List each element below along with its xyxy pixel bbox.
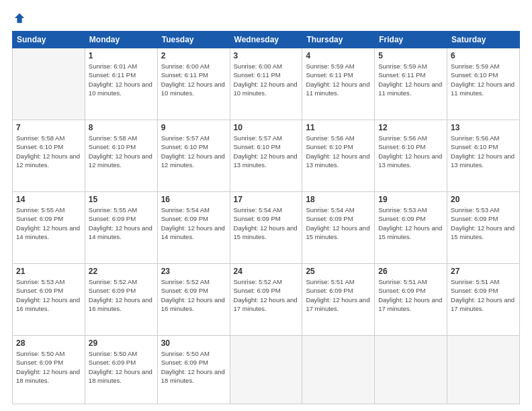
day-info: Sunrise: 5:55 AMSunset: 6:09 PMDaylight:… bbox=[89, 205, 154, 241]
day-number: 9 bbox=[161, 123, 226, 132]
calendar-cell: 28Sunrise: 5:50 AMSunset: 6:09 PMDayligh… bbox=[13, 335, 85, 404]
day-number: 29 bbox=[89, 338, 154, 348]
calendar-body: 1Sunrise: 6:01 AMSunset: 6:11 PMDaylight… bbox=[13, 48, 520, 404]
calendar-cell: 2Sunrise: 6:00 AMSunset: 6:11 PMDaylight… bbox=[157, 48, 230, 120]
calendar-cell bbox=[302, 335, 375, 404]
logo-icon bbox=[13, 12, 26, 24]
calendar-cell: 17Sunrise: 5:54 AMSunset: 6:09 PMDayligh… bbox=[230, 191, 302, 263]
day-number: 14 bbox=[16, 195, 81, 204]
calendar-day-header: Monday bbox=[85, 32, 157, 48]
day-info: Sunrise: 5:51 AMSunset: 6:09 PMDaylight:… bbox=[378, 277, 443, 313]
calendar-cell: 16Sunrise: 5:54 AMSunset: 6:09 PMDayligh… bbox=[157, 191, 230, 263]
calendar-cell: 13Sunrise: 5:56 AMSunset: 6:10 PMDayligh… bbox=[447, 120, 520, 191]
day-info: Sunrise: 5:56 AMSunset: 6:10 PMDaylight:… bbox=[306, 134, 371, 169]
calendar-cell: 21Sunrise: 5:53 AMSunset: 6:09 PMDayligh… bbox=[13, 263, 85, 335]
day-number: 25 bbox=[306, 267, 371, 276]
day-number: 19 bbox=[378, 195, 443, 204]
day-info: Sunrise: 5:50 AMSunset: 6:09 PMDaylight:… bbox=[161, 349, 226, 385]
calendar-cell bbox=[375, 335, 447, 404]
day-number: 24 bbox=[234, 267, 299, 276]
day-number: 5 bbox=[378, 51, 443, 60]
day-number: 23 bbox=[161, 267, 226, 276]
day-info: Sunrise: 5:57 AMSunset: 6:10 PMDaylight:… bbox=[161, 134, 226, 169]
header bbox=[12, 12, 520, 24]
day-number: 13 bbox=[451, 123, 516, 132]
day-number: 2 bbox=[161, 51, 226, 60]
svg-marker-0 bbox=[15, 13, 24, 23]
day-info: Sunrise: 6:01 AMSunset: 6:11 PMDaylight:… bbox=[89, 62, 154, 97]
calendar-week-row: 21Sunrise: 5:53 AMSunset: 6:09 PMDayligh… bbox=[13, 263, 520, 335]
calendar-cell: 27Sunrise: 5:51 AMSunset: 6:09 PMDayligh… bbox=[447, 263, 520, 335]
calendar-cell: 20Sunrise: 5:53 AMSunset: 6:09 PMDayligh… bbox=[447, 191, 520, 263]
day-number: 21 bbox=[16, 267, 81, 276]
day-number: 15 bbox=[89, 195, 154, 204]
day-info: Sunrise: 5:56 AMSunset: 6:10 PMDaylight:… bbox=[451, 134, 516, 169]
day-info: Sunrise: 6:00 AMSunset: 6:11 PMDaylight:… bbox=[234, 62, 299, 97]
calendar-cell: 25Sunrise: 5:51 AMSunset: 6:09 PMDayligh… bbox=[302, 263, 375, 335]
day-info: Sunrise: 5:59 AMSunset: 6:10 PMDaylight:… bbox=[451, 62, 516, 97]
calendar-cell: 4Sunrise: 5:59 AMSunset: 6:11 PMDaylight… bbox=[302, 48, 375, 120]
calendar-cell: 19Sunrise: 5:53 AMSunset: 6:09 PMDayligh… bbox=[375, 191, 447, 263]
day-info: Sunrise: 6:00 AMSunset: 6:11 PMDaylight:… bbox=[161, 62, 226, 97]
day-number: 22 bbox=[89, 267, 154, 276]
day-number: 8 bbox=[89, 123, 154, 132]
day-number: 26 bbox=[378, 267, 443, 276]
calendar-cell: 12Sunrise: 5:56 AMSunset: 6:10 PMDayligh… bbox=[375, 120, 447, 191]
calendar-cell: 14Sunrise: 5:55 AMSunset: 6:09 PMDayligh… bbox=[13, 191, 85, 263]
calendar-cell: 7Sunrise: 5:58 AMSunset: 6:10 PMDaylight… bbox=[13, 120, 85, 191]
calendar-day-header: Saturday bbox=[447, 32, 520, 48]
calendar-cell: 3Sunrise: 6:00 AMSunset: 6:11 PMDaylight… bbox=[230, 48, 302, 120]
day-info: Sunrise: 5:52 AMSunset: 6:09 PMDaylight:… bbox=[161, 277, 226, 313]
calendar-cell: 29Sunrise: 5:50 AMSunset: 6:09 PMDayligh… bbox=[85, 335, 157, 404]
calendar-day-header: Sunday bbox=[13, 32, 85, 48]
calendar-cell: 24Sunrise: 5:52 AMSunset: 6:09 PMDayligh… bbox=[230, 263, 302, 335]
day-info: Sunrise: 5:52 AMSunset: 6:09 PMDaylight:… bbox=[234, 277, 299, 313]
calendar-cell: 5Sunrise: 5:59 AMSunset: 6:11 PMDaylight… bbox=[375, 48, 447, 120]
day-info: Sunrise: 5:52 AMSunset: 6:09 PMDaylight:… bbox=[89, 277, 154, 313]
logo bbox=[12, 12, 26, 24]
day-info: Sunrise: 5:51 AMSunset: 6:09 PMDaylight:… bbox=[306, 277, 371, 313]
calendar-cell: 30Sunrise: 5:50 AMSunset: 6:09 PMDayligh… bbox=[157, 335, 230, 404]
day-number: 17 bbox=[234, 195, 299, 204]
calendar-day-header: Wednesday bbox=[230, 32, 302, 48]
day-info: Sunrise: 5:57 AMSunset: 6:10 PMDaylight:… bbox=[234, 134, 299, 169]
calendar-cell: 26Sunrise: 5:51 AMSunset: 6:09 PMDayligh… bbox=[375, 263, 447, 335]
day-info: Sunrise: 5:58 AMSunset: 6:10 PMDaylight:… bbox=[16, 134, 81, 169]
day-info: Sunrise: 5:53 AMSunset: 6:09 PMDaylight:… bbox=[16, 277, 81, 313]
day-number: 16 bbox=[161, 195, 226, 204]
calendar-week-row: 1Sunrise: 6:01 AMSunset: 6:11 PMDaylight… bbox=[13, 48, 520, 120]
calendar-week-row: 28Sunrise: 5:50 AMSunset: 6:09 PMDayligh… bbox=[13, 335, 520, 404]
day-number: 7 bbox=[16, 123, 81, 132]
day-number: 30 bbox=[161, 338, 226, 348]
calendar-day-header: Friday bbox=[375, 32, 447, 48]
page: SundayMondayTuesdayWednesdayThursdayFrid… bbox=[0, 0, 532, 411]
calendar-cell: 15Sunrise: 5:55 AMSunset: 6:09 PMDayligh… bbox=[85, 191, 157, 263]
calendar-cell: 8Sunrise: 5:58 AMSunset: 6:10 PMDaylight… bbox=[85, 120, 157, 191]
calendar-cell: 9Sunrise: 5:57 AMSunset: 6:10 PMDaylight… bbox=[157, 120, 230, 191]
calendar-day-header: Thursday bbox=[302, 32, 375, 48]
day-number: 10 bbox=[234, 123, 299, 132]
day-number: 20 bbox=[451, 195, 516, 204]
day-number: 18 bbox=[306, 195, 371, 204]
day-number: 4 bbox=[306, 51, 371, 60]
day-number: 28 bbox=[16, 338, 81, 348]
day-info: Sunrise: 5:54 AMSunset: 6:09 PMDaylight:… bbox=[161, 205, 226, 241]
calendar-week-row: 14Sunrise: 5:55 AMSunset: 6:09 PMDayligh… bbox=[13, 191, 520, 263]
day-number: 27 bbox=[451, 267, 516, 276]
day-info: Sunrise: 5:53 AMSunset: 6:09 PMDaylight:… bbox=[378, 205, 443, 241]
calendar-day-header: Tuesday bbox=[157, 32, 230, 48]
calendar-cell bbox=[230, 335, 302, 404]
calendar-week-row: 7Sunrise: 5:58 AMSunset: 6:10 PMDaylight… bbox=[13, 120, 520, 191]
calendar-cell: 22Sunrise: 5:52 AMSunset: 6:09 PMDayligh… bbox=[85, 263, 157, 335]
day-info: Sunrise: 5:53 AMSunset: 6:09 PMDaylight:… bbox=[451, 205, 516, 241]
calendar-header-row: SundayMondayTuesdayWednesdayThursdayFrid… bbox=[13, 32, 520, 48]
day-info: Sunrise: 5:58 AMSunset: 6:10 PMDaylight:… bbox=[89, 134, 154, 169]
calendar-cell: 23Sunrise: 5:52 AMSunset: 6:09 PMDayligh… bbox=[157, 263, 230, 335]
day-info: Sunrise: 5:56 AMSunset: 6:10 PMDaylight:… bbox=[378, 134, 443, 169]
calendar-table: SundayMondayTuesdayWednesdayThursdayFrid… bbox=[12, 31, 520, 404]
calendar-cell: 11Sunrise: 5:56 AMSunset: 6:10 PMDayligh… bbox=[302, 120, 375, 191]
day-info: Sunrise: 5:59 AMSunset: 6:11 PMDaylight:… bbox=[306, 62, 371, 97]
day-info: Sunrise: 5:50 AMSunset: 6:09 PMDaylight:… bbox=[89, 349, 154, 385]
day-info: Sunrise: 5:59 AMSunset: 6:11 PMDaylight:… bbox=[378, 62, 443, 97]
day-number: 12 bbox=[378, 123, 443, 132]
